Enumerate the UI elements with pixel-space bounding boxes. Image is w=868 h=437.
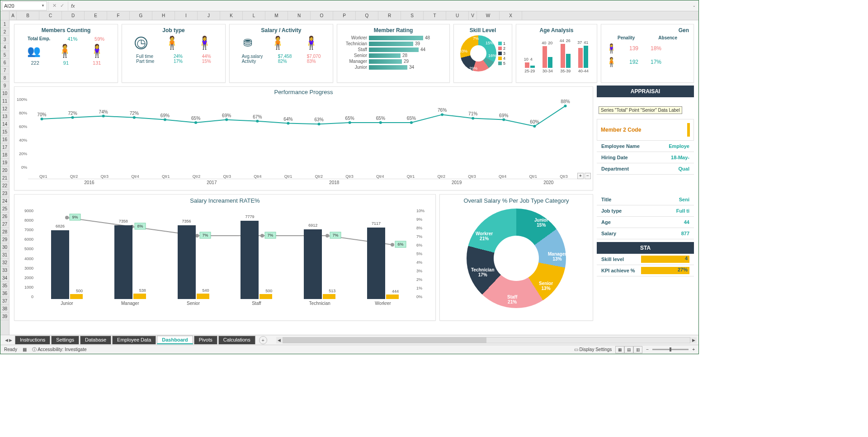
row-header[interactable]: 25 [0, 205, 9, 213]
row-header[interactable]: 17 [0, 143, 9, 151]
salary-pct-donut[interactable]: Overall Salary % Per Job Type Category J… [439, 194, 593, 321]
row-header[interactable]: 27 [0, 220, 9, 228]
zoom-in-icon[interactable]: + [577, 173, 584, 179]
sheet-tab[interactable]: Pivots [194, 336, 217, 344]
normal-view-icon[interactable]: ▦ [615, 346, 624, 353]
row-header[interactable]: 10 [0, 90, 9, 97]
column-header[interactable]: C [39, 11, 62, 20]
sheet-tab[interactable]: Instructions [15, 336, 50, 344]
row-header[interactable]: 33 [0, 266, 9, 274]
row-header[interactable]: 26 [0, 213, 9, 220]
add-sheet-button[interactable]: + [259, 336, 267, 344]
column-header[interactable]: R [378, 11, 401, 20]
row-header[interactable]: 34 [0, 274, 9, 282]
row-header[interactable]: 16 [0, 136, 9, 143]
column-header[interactable]: W [477, 11, 500, 20]
row-header[interactable]: 1 [0, 20, 9, 28]
horizontal-scrollbar[interactable]: ◀ ▶ [276, 337, 697, 343]
row-header[interactable]: 39 [0, 313, 9, 320]
row-header[interactable]: 29 [0, 236, 9, 243]
zoom-in-icon[interactable]: + [692, 347, 695, 352]
sheet-tab[interactable]: Database [80, 336, 111, 344]
salary-increment-chart[interactable]: Salary Increament RATE% 9000800070006000… [14, 194, 436, 321]
column-header[interactable]: D [62, 11, 85, 20]
name-box-dropdown-icon[interactable]: ▼ [41, 4, 45, 8]
formula-input[interactable] [78, 1, 689, 10]
sheet-next-icon[interactable]: ▶ [9, 338, 12, 342]
row-header[interactable]: 24 [0, 197, 9, 205]
scroll-right-icon[interactable]: ▶ [690, 338, 697, 342]
row-header[interactable]: 14 [0, 120, 9, 128]
column-header[interactable]: S [401, 11, 424, 20]
scroll-left-icon[interactable]: ◀ [276, 338, 283, 342]
row-header[interactable]: 5 [0, 51, 9, 59]
column-header[interactable]: P [333, 11, 356, 20]
zoom-out-icon[interactable]: − [585, 173, 591, 179]
column-header[interactable]: G [130, 11, 152, 20]
sheet-prev-icon[interactable]: ◀ [5, 338, 8, 342]
column-header[interactable]: Q [356, 11, 378, 20]
confirm-icon[interactable]: ✓ [60, 3, 64, 9]
zoom-slider[interactable] [652, 349, 689, 350]
row-header[interactable]: 35 [0, 282, 9, 290]
column-header[interactable]: V [469, 11, 477, 20]
row-header[interactable]: 13 [0, 113, 9, 120]
row-header[interactable]: 20 [0, 166, 9, 174]
formula-expand-icon[interactable]: ⌄ [689, 4, 698, 8]
row-header[interactable]: 9 [0, 82, 9, 90]
row-header[interactable]: 37 [0, 297, 9, 305]
display-settings[interactable]: ▭ Display Settings [574, 347, 612, 352]
column-header[interactable]: N [288, 11, 311, 20]
row-header[interactable]: 18 [0, 151, 9, 159]
select-all-corner[interactable] [0, 11, 9, 20]
row-header[interactable]: 6 [0, 59, 9, 66]
column-header[interactable]: X [500, 11, 522, 20]
column-header[interactable]: K [220, 11, 243, 20]
sheet-tab[interactable]: Calculations [218, 336, 255, 344]
row-header[interactable]: 8 [0, 74, 9, 82]
row-header[interactable]: 22 [0, 182, 9, 190]
column-header[interactable]: F [107, 11, 130, 20]
column-header[interactable]: A [9, 11, 17, 20]
column-header[interactable]: O [311, 11, 333, 20]
row-header[interactable]: 12 [0, 105, 9, 113]
sheet-tab[interactable]: Dashboard [157, 336, 193, 344]
page-layout-icon[interactable]: ▤ [624, 346, 633, 353]
column-header[interactable]: U [446, 11, 469, 20]
drag-handle-icon[interactable] [687, 123, 690, 137]
scroll-thumb[interactable] [283, 337, 486, 343]
column-header[interactable]: H [152, 11, 175, 20]
column-header[interactable]: L [243, 11, 265, 20]
column-header[interactable]: I [175, 11, 198, 20]
member-code-selector[interactable]: Member 2 Code [597, 119, 694, 141]
column-header[interactable]: T [424, 11, 446, 20]
performance-chart[interactable]: Performance Progress 100%80%60%40%20%0% … [14, 86, 593, 190]
row-header[interactable]: 30 [0, 243, 9, 251]
row-header[interactable]: 19 [0, 159, 9, 166]
row-header[interactable]: 3 [0, 36, 9, 43]
row-header[interactable]: 7 [0, 66, 9, 74]
row-header[interactable]: 36 [0, 290, 9, 297]
row-header[interactable]: 23 [0, 190, 9, 197]
macro-record-icon[interactable]: ▦ [23, 347, 27, 352]
row-header[interactable]: 28 [0, 228, 9, 236]
sheet-tab[interactable]: Settings [51, 336, 79, 344]
name-box[interactable]: AI20 ▼ [2, 1, 47, 10]
fx-icon[interactable]: fx [68, 3, 78, 9]
row-header[interactable]: 11 [0, 97, 9, 105]
row-header[interactable]: 32 [0, 259, 9, 266]
row-header[interactable]: 2 [0, 28, 9, 36]
row-header[interactable]: 21 [0, 174, 9, 182]
zoom-out-icon[interactable]: − [646, 347, 649, 352]
column-header[interactable]: J [198, 11, 220, 20]
column-header[interactable]: B [17, 11, 39, 20]
row-header[interactable]: 31 [0, 251, 9, 259]
sheet-tab[interactable]: Employee Data [112, 336, 156, 344]
column-header[interactable]: M [265, 11, 288, 20]
row-header[interactable]: 15 [0, 128, 9, 136]
accessibility-icon[interactable]: ⓘ Accessibility: Investigate [32, 347, 87, 353]
cancel-icon[interactable]: ✕ [52, 3, 57, 9]
page-break-icon[interactable]: ▥ [633, 346, 642, 353]
row-header[interactable]: 38 [0, 305, 9, 313]
column-header[interactable]: E [85, 11, 107, 20]
